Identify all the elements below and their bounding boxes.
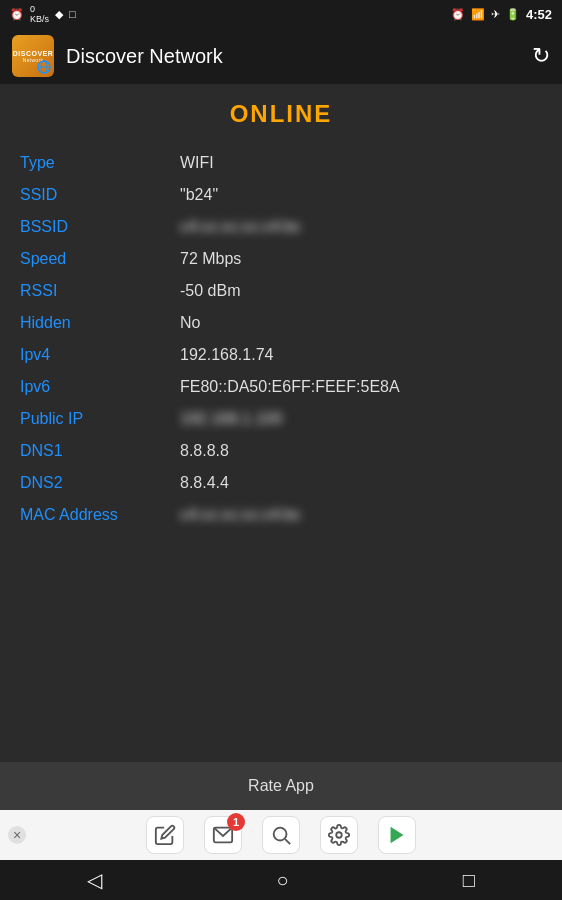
info-row-ipv6: Ipv6 FE80::DA50:E6FF:FEEF:5E8A: [20, 372, 542, 404]
network-info-table: Type WIFI SSID "b24" BSSID c4:cc:cc:cc:c…: [20, 148, 542, 532]
info-row-dns2: DNS2 8.8.4.4: [20, 468, 542, 500]
main-content: ONLINE Type WIFI SSID "b24" BSSID c4:cc:…: [0, 84, 562, 548]
label-hidden: Hidden: [20, 314, 180, 332]
nav-bar: ◁ ○ □: [0, 860, 562, 900]
time-display: 4:52: [526, 7, 552, 22]
alarm-icon: ⏰: [10, 8, 24, 21]
value-speed: 72 Mbps: [180, 250, 542, 268]
airplane-icon: ✈: [491, 8, 500, 21]
app-bar: DISCOVER Network Discover Network ↻: [0, 28, 562, 84]
svg-point-4: [274, 828, 287, 841]
wifi-icon: 📶: [471, 8, 485, 21]
info-row-hidden: Hidden No: [20, 308, 542, 340]
label-bssid: BSSID: [20, 218, 180, 236]
value-ipv4: 192.168.1.74: [180, 346, 542, 364]
value-dns2: 8.8.4.4: [180, 474, 542, 492]
status-bar: ⏰ 0KB/s ◆ □ ⏰ 📶 ✈ 🔋 4:52: [0, 0, 562, 28]
ad-mail-button[interactable]: 1: [204, 816, 242, 854]
label-ipv4: Ipv4: [20, 346, 180, 364]
data-icon: 0KB/s: [30, 4, 49, 24]
label-rssi: RSSI: [20, 282, 180, 300]
label-speed: Speed: [20, 250, 180, 268]
play-store-icon: [386, 824, 408, 846]
screenshot-icon: □: [69, 8, 76, 20]
info-row-mac: MAC Address c4:cc:cc:cc:c4:bc: [20, 500, 542, 532]
app-icon: DISCOVER Network: [12, 35, 54, 77]
status-bar-left: ⏰ 0KB/s ◆ □: [10, 4, 76, 24]
info-row-rssi: RSSI -50 dBm: [20, 276, 542, 308]
app-icon-discover-text: DISCOVER: [13, 50, 54, 57]
settings-icon: [328, 824, 350, 846]
network-status: ONLINE: [20, 100, 542, 128]
info-row-bssid: BSSID c4:cc:cc:cc:c4:bc: [20, 212, 542, 244]
home-button[interactable]: ○: [256, 863, 308, 898]
info-row-type: Type WIFI: [20, 148, 542, 180]
info-row-public-ip: Public IP 192.168.1.100: [20, 404, 542, 436]
svg-point-6: [336, 832, 342, 838]
alarm-right-icon: ⏰: [451, 8, 465, 21]
label-public-ip: Public IP: [20, 410, 180, 428]
value-hidden: No: [180, 314, 542, 332]
label-ssid: SSID: [20, 186, 180, 204]
value-ssid: "b24": [180, 186, 542, 204]
label-type: Type: [20, 154, 180, 172]
label-mac: MAC Address: [20, 506, 180, 524]
ad-settings-button[interactable]: [320, 816, 358, 854]
value-rssi: -50 dBm: [180, 282, 542, 300]
search-icon: [270, 824, 292, 846]
info-row-speed: Speed 72 Mbps: [20, 244, 542, 276]
ad-play-button[interactable]: [378, 816, 416, 854]
app-icon-globe: [37, 60, 51, 74]
value-dns1: 8.8.8.8: [180, 442, 542, 460]
recent-button[interactable]: □: [443, 863, 495, 898]
status-bar-right: ⏰ 📶 ✈ 🔋 4:52: [451, 7, 552, 22]
mail-badge: 1: [227, 813, 245, 831]
svg-line-5: [285, 839, 290, 844]
ad-search-button[interactable]: [262, 816, 300, 854]
value-mac: c4:cc:cc:cc:c4:bc: [180, 506, 542, 524]
svg-marker-7: [391, 827, 404, 844]
battery-icon: 🔋: [506, 8, 520, 21]
ad-bar: × 1: [0, 810, 562, 860]
refresh-button[interactable]: ↻: [532, 43, 550, 69]
back-button[interactable]: ◁: [67, 862, 122, 898]
value-public-ip: 192.168.1.100: [180, 410, 542, 428]
label-ipv6: Ipv6: [20, 378, 180, 396]
info-row-ssid: SSID "b24": [20, 180, 542, 212]
info-row-dns1: DNS1 8.8.8.8: [20, 436, 542, 468]
ad-close-button[interactable]: ×: [8, 826, 26, 844]
info-row-ipv4: Ipv4 192.168.1.74: [20, 340, 542, 372]
bluetooth-icon: ◆: [55, 8, 63, 21]
value-ipv6: FE80::DA50:E6FF:FEEF:5E8A: [180, 378, 542, 396]
value-type: WIFI: [180, 154, 542, 172]
ad-edit-button[interactable]: [146, 816, 184, 854]
rate-app-label: Rate App: [248, 777, 314, 795]
label-dns1: DNS1: [20, 442, 180, 460]
value-bssid: c4:cc:cc:cc:c4:bc: [180, 218, 542, 236]
label-dns2: DNS2: [20, 474, 180, 492]
edit-icon: [154, 824, 176, 846]
app-title: Discover Network: [66, 45, 520, 68]
rate-app-button[interactable]: Rate App: [0, 762, 562, 810]
